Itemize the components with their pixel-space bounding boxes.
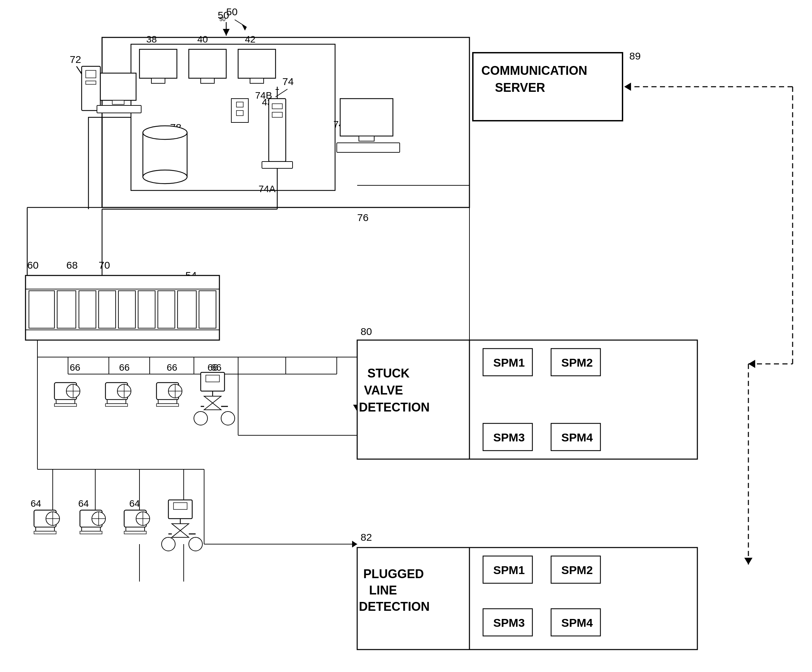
svg-rect-164 xyxy=(126,527,145,531)
svg-rect-56 xyxy=(262,162,293,168)
svg-rect-75 xyxy=(158,291,175,328)
svg-rect-37 xyxy=(86,81,96,84)
svg-rect-30 xyxy=(236,102,243,107)
svg-text:66: 66 xyxy=(208,362,218,373)
svg-text:64: 64 xyxy=(129,498,140,509)
svg-rect-22 xyxy=(140,49,177,78)
svg-rect-108 xyxy=(158,399,177,404)
svg-point-45 xyxy=(143,170,187,184)
svg-rect-158 xyxy=(82,527,101,531)
svg-text:66: 66 xyxy=(119,362,130,373)
svg-rect-57 xyxy=(340,99,393,136)
svg-rect-165 xyxy=(124,531,146,534)
svg-text:89: 89 xyxy=(629,50,641,61)
svg-rect-36 xyxy=(86,70,96,78)
svg-text:66: 66 xyxy=(167,362,177,373)
svg-text:72: 72 xyxy=(70,54,81,65)
svg-rect-167 xyxy=(174,503,187,510)
ref-50: 50 xyxy=(219,16,225,22)
svg-text:60: 60 xyxy=(27,259,38,271)
svg-rect-23 xyxy=(151,78,165,83)
svg-text:74A: 74A xyxy=(259,184,276,194)
svg-rect-69 xyxy=(29,291,55,328)
svg-text:DETECTION: DETECTION xyxy=(359,400,430,414)
svg-text:SPM2: SPM2 xyxy=(561,563,593,576)
svg-text:SPM4: SPM4 xyxy=(561,431,593,444)
svg-point-174 xyxy=(189,537,202,551)
svg-text:STUCK: STUCK xyxy=(367,366,409,380)
svg-marker-205 xyxy=(242,24,247,31)
svg-text:82: 82 xyxy=(361,532,372,543)
svg-text:SPM1: SPM1 xyxy=(493,356,525,369)
svg-point-118 xyxy=(194,411,208,425)
svg-rect-152 xyxy=(36,527,55,531)
svg-rect-24 xyxy=(189,49,226,78)
svg-rect-153 xyxy=(34,531,56,534)
svg-rect-77 xyxy=(199,291,216,328)
svg-rect-70 xyxy=(57,291,76,328)
svg-text:VALVE: VALVE xyxy=(364,383,403,397)
svg-marker-15 xyxy=(223,29,230,36)
svg-rect-109 xyxy=(157,404,179,406)
svg-text:SPM4: SPM4 xyxy=(561,616,593,629)
svg-text:70: 70 xyxy=(99,259,110,271)
svg-rect-58 xyxy=(359,136,374,141)
svg-rect-74 xyxy=(138,291,155,328)
svg-text:COMMUNICATION: COMMUNICATION xyxy=(481,63,587,78)
svg-text:SPM3: SPM3 xyxy=(493,616,525,629)
svg-rect-97 xyxy=(55,404,77,406)
svg-text:50: 50 xyxy=(226,6,237,17)
svg-text:SERVER: SERVER xyxy=(495,80,545,95)
svg-text:LINE: LINE xyxy=(369,583,397,597)
svg-rect-72 xyxy=(99,291,116,328)
svg-text:76: 76 xyxy=(357,212,368,223)
svg-text:80: 80 xyxy=(361,326,372,337)
svg-marker-168 xyxy=(172,524,189,530)
svg-rect-52 xyxy=(272,104,282,109)
svg-marker-177 xyxy=(352,541,357,547)
svg-text:PLUGGED: PLUGGED xyxy=(363,567,424,581)
svg-text:SPM2: SPM2 xyxy=(561,356,593,369)
svg-point-173 xyxy=(162,537,175,551)
svg-rect-59 xyxy=(337,143,400,152)
svg-rect-71 xyxy=(79,291,96,328)
svg-marker-113 xyxy=(204,396,221,403)
svg-rect-39 xyxy=(112,100,124,104)
svg-rect-102 xyxy=(107,399,126,404)
diagram-container: COMMUNICATION SERVER 89 76 50 35 xyxy=(0,0,812,672)
svg-rect-103 xyxy=(106,404,128,406)
svg-rect-76 xyxy=(177,291,196,328)
svg-text:66: 66 xyxy=(70,362,80,373)
svg-text:38: 38 xyxy=(146,34,157,44)
svg-rect-26 xyxy=(238,49,276,78)
svg-marker-169 xyxy=(172,530,189,537)
svg-rect-25 xyxy=(201,78,214,83)
svg-rect-38 xyxy=(101,73,136,100)
svg-rect-96 xyxy=(56,399,75,404)
svg-text:SPM3: SPM3 xyxy=(493,431,525,444)
svg-text:42: 42 xyxy=(245,34,256,44)
svg-marker-10 xyxy=(744,558,752,565)
svg-marker-114 xyxy=(204,403,221,410)
svg-text:40: 40 xyxy=(197,34,208,44)
svg-rect-73 xyxy=(118,291,135,328)
svg-marker-8 xyxy=(748,360,755,368)
svg-text:SPM1: SPM1 xyxy=(493,563,525,576)
svg-rect-159 xyxy=(80,531,102,534)
svg-point-119 xyxy=(221,411,235,425)
svg-rect-31 xyxy=(236,111,243,116)
svg-rect-40 xyxy=(97,106,141,113)
svg-marker-5 xyxy=(624,83,631,91)
svg-text:64: 64 xyxy=(31,498,41,509)
svg-text:DETECTION: DETECTION xyxy=(359,600,430,614)
svg-text:74: 74 xyxy=(282,76,293,87)
svg-rect-53 xyxy=(272,112,282,117)
svg-text:68: 68 xyxy=(67,259,78,271)
svg-rect-27 xyxy=(250,78,264,83)
svg-point-44 xyxy=(143,126,187,140)
svg-text:64: 64 xyxy=(78,498,89,509)
svg-rect-112 xyxy=(206,375,219,382)
